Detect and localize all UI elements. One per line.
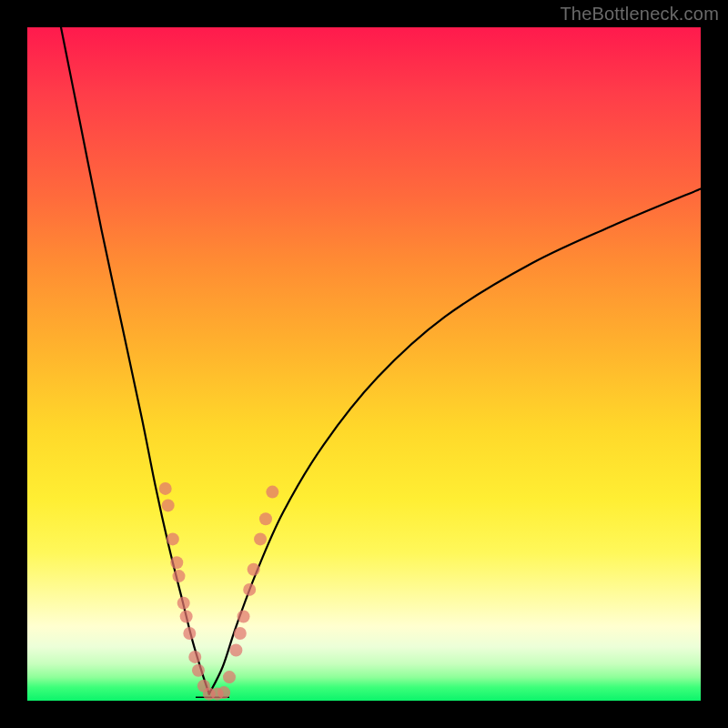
watermark-text: TheBottleneck.com [560, 4, 719, 25]
data-marker [243, 583, 256, 596]
data-marker [162, 499, 175, 511]
data-marker [192, 664, 205, 677]
data-marker [266, 486, 278, 499]
data-marker [217, 686, 230, 699]
data-marker [159, 482, 172, 495]
data-marker [170, 556, 183, 569]
chart-frame: TheBottleneck.com [0, 0, 728, 728]
data-marker [180, 611, 193, 623]
right-branch-curve [209, 189, 701, 694]
data-marker [234, 627, 247, 640]
data-marker [259, 512, 272, 525]
data-marker [248, 563, 260, 576]
data-marker [229, 644, 242, 657]
data-marker [167, 532, 179, 545]
chart-svg [27, 27, 701, 701]
plot-area [27, 27, 701, 701]
curve-layer [61, 27, 701, 697]
data-marker [238, 611, 250, 623]
marker-layer [159, 482, 279, 701]
data-marker [177, 597, 190, 610]
data-marker [254, 532, 267, 545]
left-branch-curve [61, 27, 209, 694]
data-marker [188, 651, 201, 663]
data-marker [183, 627, 196, 640]
data-marker [173, 570, 186, 582]
data-marker [223, 671, 236, 683]
